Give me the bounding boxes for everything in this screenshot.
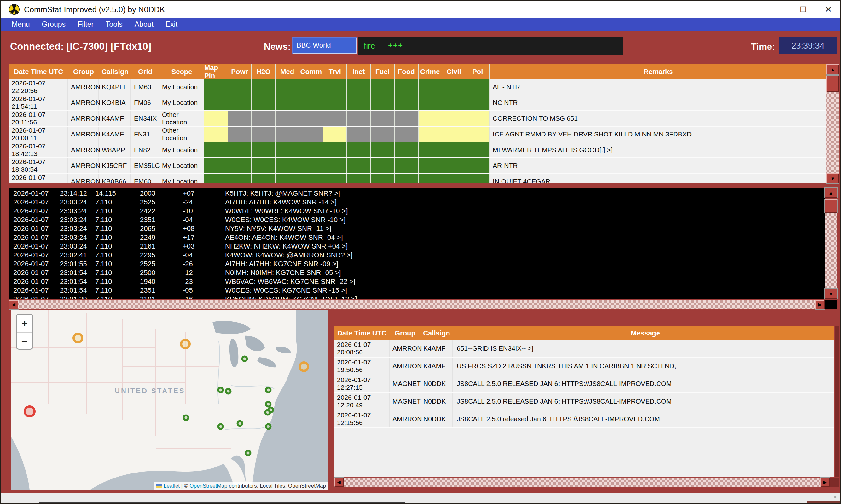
column-header: Group xyxy=(390,326,421,340)
orange-station-marker[interactable] xyxy=(180,339,191,349)
scroll-track[interactable] xyxy=(825,213,837,289)
column-header: Message xyxy=(453,326,834,340)
message-table-hscrollbar[interactable]: ◀ ▶ xyxy=(334,478,839,487)
cell-group: AMRRON xyxy=(68,127,99,142)
status-cell xyxy=(419,111,442,126)
menu-bar: MenuGroupsFilterToolsAboutExit xyxy=(1,18,840,31)
green-station-marker[interactable] xyxy=(237,420,243,427)
terminal-frequency: 7.110 xyxy=(95,242,140,251)
green-station-marker[interactable] xyxy=(265,387,272,393)
table-row[interactable]: 2026-01-07 20:00:11AMRRONK4AMFFN31Other … xyxy=(9,127,826,142)
red-station-marker[interactable] xyxy=(24,406,36,417)
scroll-down-icon[interactable]: ▼ xyxy=(826,173,839,183)
status-cell xyxy=(466,127,490,142)
terminal-vscrollbar[interactable]: ▲ ▼ xyxy=(825,188,837,299)
cell-remarks: CORRECTION TO MSG 651 xyxy=(490,111,826,126)
green-station-marker[interactable] xyxy=(242,356,248,362)
green-station-marker[interactable] xyxy=(183,415,190,421)
news-ticker: fire +++ xyxy=(358,37,623,55)
scroll-up-icon[interactable]: ▲ xyxy=(826,64,839,74)
terminal-frequency: 7.110 xyxy=(95,295,140,299)
cell-datetime: 2026-01-07 19:50:56 xyxy=(334,358,390,375)
scroll-up-icon[interactable]: ▲ xyxy=(825,188,837,198)
table-row[interactable]: 2026-01-07 12:27:15MAGNETN0DDKJS8CALL 2.… xyxy=(334,375,834,393)
status-cell xyxy=(419,95,442,110)
column-header: Callsign xyxy=(99,64,131,79)
terminal-snr: +08 xyxy=(183,224,225,233)
map-panel[interactable]: + − UNITED STATES Leaflet | © OpenStreet… xyxy=(11,310,329,490)
column-header: Civil xyxy=(442,64,466,79)
zoom-in-button[interactable]: + xyxy=(17,315,33,332)
scroll-thumb[interactable] xyxy=(826,76,839,92)
table-row[interactable]: 2026-01-07 18:30:54AMRRONKJ5CRFEM35LGMy … xyxy=(9,158,826,174)
leaflet-link[interactable]: Leaflet xyxy=(163,483,180,489)
green-station-marker[interactable] xyxy=(264,409,271,416)
scroll-track[interactable] xyxy=(344,478,820,487)
terminal-line: 2026-01-0723:01:547.1102500-12N0IMH: N0I… xyxy=(9,268,825,277)
cell-remarks: AR-NTR xyxy=(490,158,826,173)
terminal-frequency: 7.110 xyxy=(95,215,140,224)
table-row[interactable]: 2026-01-07 12:15:56AMRRONN0DDKJS8CALL 2.… xyxy=(334,411,834,428)
map-basemap xyxy=(11,310,329,490)
status-cell xyxy=(371,111,395,126)
scroll-track[interactable] xyxy=(18,300,815,309)
status-cell xyxy=(442,79,466,94)
table-row[interactable]: 2026-01-07 18:42:13AMRRONW8APPEN82My Loc… xyxy=(9,142,826,158)
cell-callsign: W8APP xyxy=(99,142,131,158)
status-cell xyxy=(466,174,490,183)
green-station-marker[interactable] xyxy=(265,424,272,430)
openstreetmap-link[interactable]: OpenStreetMap xyxy=(190,483,227,489)
scroll-right-icon[interactable]: ▶ xyxy=(820,478,830,487)
menu-item-menu[interactable]: Menu xyxy=(6,18,36,31)
terminal-hscrollbar[interactable]: ◀ ▶ xyxy=(9,300,837,309)
scroll-track[interactable] xyxy=(826,92,839,173)
cell-scope: My Location xyxy=(159,95,204,110)
status-cell xyxy=(371,174,395,183)
terminal-time: 23:01:54 xyxy=(60,286,95,295)
terminal-time: 23:03:24 xyxy=(60,233,95,242)
status-cell xyxy=(228,79,252,94)
column-header: Pol xyxy=(466,64,490,79)
table-row[interactable]: 2026-01-07 22:20:56AMRRONKQ4PLLEM63My Lo… xyxy=(9,79,826,95)
menu-item-about[interactable]: About xyxy=(128,18,159,31)
scroll-left-icon[interactable]: ◀ xyxy=(9,300,18,309)
terminal-offset: 1940 xyxy=(140,277,183,286)
scroll-left-icon[interactable]: ◀ xyxy=(334,478,344,487)
green-station-marker[interactable] xyxy=(217,424,224,430)
minimize-button[interactable]: — xyxy=(769,3,787,16)
menu-item-filter[interactable]: Filter xyxy=(72,18,100,31)
menu-item-groups[interactable]: Groups xyxy=(36,18,72,31)
terminal-message: W0WRL: W0WRL: K4WOW SNR -10 >] xyxy=(225,206,348,215)
green-station-marker[interactable] xyxy=(225,388,232,395)
terminal-time: 23:03:24 xyxy=(60,242,95,251)
menu-item-tools[interactable]: Tools xyxy=(100,18,128,31)
orange-station-marker[interactable] xyxy=(72,332,83,343)
cell-group: AMRRON xyxy=(390,340,421,357)
status-table-vscrollbar[interactable]: ▲ ▼ xyxy=(826,64,839,183)
maximize-button[interactable]: ☐ xyxy=(794,3,813,16)
table-row[interactable]: 2026-01-07 19:50:56AMRRONK4AMFUS FRCS SZ… xyxy=(334,358,834,375)
status-cell xyxy=(204,158,228,173)
table-row[interactable]: 2026-01-07 12:20:49MAGNETN0DDKJS8CALL 2.… xyxy=(334,393,834,411)
table-row[interactable]: 2026-01-07 16:53:26AMRRONKB0B66EM60My Lo… xyxy=(9,174,826,183)
menu-item-exit[interactable]: Exit xyxy=(159,18,183,31)
table-row[interactable]: 2026-01-07 21:54:11AMRRONKO4BIAFM06My Lo… xyxy=(9,95,826,111)
news-input[interactable]: BBC World xyxy=(293,38,356,54)
scroll-down-icon[interactable]: ▼ xyxy=(825,289,837,299)
status-cell xyxy=(204,127,228,142)
terminal-frequency: 7.110 xyxy=(95,286,140,295)
close-button[interactable]: ✕ xyxy=(819,3,838,16)
status-cell xyxy=(323,158,347,173)
table-row[interactable]: 2026-01-07 20:08:56AMRRONK4AMF651--GRID … xyxy=(334,340,834,358)
orange-station-marker[interactable] xyxy=(298,361,309,372)
ukraine-flag-icon xyxy=(156,484,162,488)
scroll-right-icon[interactable]: ▶ xyxy=(815,300,825,309)
table-row[interactable]: 2026-01-07 20:11:56AMRRONK4AMFEN34IXOthe… xyxy=(9,111,826,127)
green-station-marker[interactable] xyxy=(245,450,251,456)
news-label: News: xyxy=(264,41,291,52)
status-cell xyxy=(276,127,300,142)
green-station-marker[interactable] xyxy=(217,387,224,393)
zoom-out-button[interactable]: − xyxy=(17,332,33,350)
scroll-thumb[interactable] xyxy=(825,199,837,213)
cell-group: MAGNET xyxy=(390,375,421,392)
